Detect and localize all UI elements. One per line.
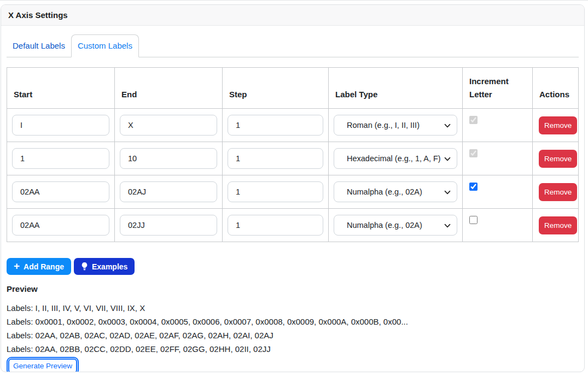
label-type-select-wrap: Numalpha (e.g., 02A): [334, 181, 457, 202]
label-type-select[interactable]: Hexadecimal (e.g., 1, A, F): [334, 148, 457, 169]
column-header-step: Step: [223, 68, 329, 109]
plus-icon: +: [14, 261, 20, 271]
step-input[interactable]: [228, 181, 323, 202]
card-header: X Axis Settings: [1, 5, 584, 26]
column-header-end: End: [115, 68, 223, 109]
remove-button[interactable]: Remove: [539, 216, 577, 234]
step-input[interactable]: [228, 215, 323, 236]
end-input[interactable]: [120, 115, 217, 136]
end-input[interactable]: [120, 215, 217, 236]
preview-heading: Preview: [7, 284, 579, 293]
preview-lines: Labels: I, II, III, IV, V, VI, VII, VIII…: [7, 301, 579, 356]
label-type-select-wrap: Roman (e.g., I, II, III): [334, 115, 457, 136]
increment-letter-checkbox[interactable]: [469, 116, 478, 124]
range-row: Numalpha (e.g., 02A) Remove: [7, 209, 579, 242]
range-row: Hexadecimal (e.g., 1, A, F) Remove: [7, 142, 579, 175]
start-input[interactable]: [12, 115, 109, 136]
label-type-select-wrap: Hexadecimal (e.g., 1, A, F): [334, 148, 457, 169]
add-range-button[interactable]: + Add Range: [7, 258, 71, 275]
add-range-label: Add Range: [24, 262, 64, 271]
preview-line: Labels: I, II, III, IV, V, VI, VII, VIII…: [7, 301, 579, 315]
start-input[interactable]: [12, 215, 109, 236]
remove-button[interactable]: Remove: [539, 183, 577, 201]
increment-letter-checkbox[interactable]: [469, 149, 478, 157]
card-body: Default Labels Custom Labels StartEndSte…: [1, 26, 584, 372]
start-input[interactable]: [12, 148, 109, 169]
range-row: Roman (e.g., I, II, III) Remove: [7, 109, 579, 142]
remove-button[interactable]: Remove: [539, 150, 577, 168]
top-divider: [0, 0, 588, 1]
lightbulb-icon: [81, 262, 88, 271]
examples-label: Examples: [92, 262, 127, 271]
table-header-row: StartEndStepLabel TypeIncrement LetterAc…: [7, 68, 579, 109]
tab-default-labels[interactable]: Default Labels: [7, 35, 71, 57]
tab-custom-labels[interactable]: Custom Labels: [71, 34, 139, 57]
preview-line: Labels: 02AA, 02AB, 02AC, 02AD, 02AE, 02…: [7, 328, 579, 342]
label-type-select-wrap: Numalpha (e.g., 02A): [334, 215, 457, 236]
column-header-actions: Actions: [533, 68, 579, 109]
label-type-select[interactable]: Numalpha (e.g., 02A): [334, 215, 457, 236]
preview-line: Labels: 02AA, 02BB, 02CC, 02DD, 02EE, 02…: [7, 342, 579, 356]
label-type-select[interactable]: Numalpha (e.g., 02A): [334, 181, 457, 202]
column-header-increment-letter: Increment Letter: [463, 68, 533, 109]
examples-button[interactable]: Examples: [74, 258, 135, 275]
increment-letter-checkbox[interactable]: [469, 183, 478, 191]
end-input[interactable]: [120, 181, 217, 202]
remove-button[interactable]: Remove: [539, 116, 577, 134]
increment-letter-checkbox[interactable]: [469, 216, 478, 224]
column-header-label-type: Label Type: [329, 68, 463, 109]
tab-bar: Default Labels Custom Labels: [7, 34, 579, 57]
ranges-tbody: Roman (e.g., I, II, III) Remove Hexadeci…: [7, 109, 579, 242]
column-header-start: Start: [7, 68, 115, 109]
ranges-table: StartEndStepLabel TypeIncrement LetterAc…: [7, 67, 579, 242]
x-axis-settings-card: X Axis Settings Default Labels Custom La…: [1, 4, 585, 372]
label-type-select[interactable]: Roman (e.g., I, II, III): [334, 115, 457, 136]
step-input[interactable]: [228, 148, 323, 169]
step-input[interactable]: [228, 115, 323, 136]
generate-preview-button[interactable]: Generate Preview: [8, 359, 77, 372]
start-input[interactable]: [12, 181, 109, 202]
preview-line: Labels: 0x0001, 0x0002, 0x0003, 0x0004, …: [7, 315, 579, 328]
card-title: X Axis Settings: [8, 10, 68, 20]
end-input[interactable]: [120, 148, 217, 169]
table-actions-row: + Add Range Examples: [7, 258, 579, 275]
range-row: Numalpha (e.g., 02A) Remove: [7, 175, 579, 209]
